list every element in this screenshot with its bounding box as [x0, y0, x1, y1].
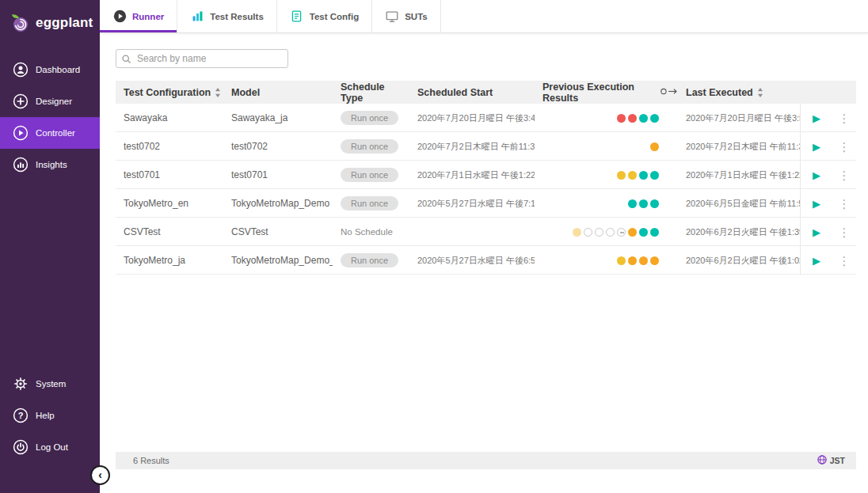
logout-icon	[13, 439, 29, 455]
execution-order-icon	[661, 87, 678, 98]
tab-test-config[interactable]: Test Config	[277, 0, 372, 32]
table-footer-bar: 6 Results JST	[116, 452, 856, 469]
result-dot-outline	[595, 228, 603, 237]
sidebar-item-label: Log Out	[36, 442, 68, 452]
timezone-indicator: JST	[817, 455, 845, 466]
result-dot-teal	[650, 199, 659, 208]
row-menu-cell: ⋮	[832, 189, 856, 218]
result-dot-outline	[584, 228, 592, 237]
run-button[interactable]: ▶	[813, 113, 820, 123]
sidebar-footer-nav: System?HelpLog Out	[0, 368, 100, 463]
content-area: Test Configuration Model Schedule Type S…	[100, 33, 868, 493]
sidebar-item-controller[interactable]: Controller	[0, 117, 100, 149]
search-input[interactable]	[116, 49, 288, 68]
row-previous-execution-results	[535, 199, 678, 208]
sort-icon	[215, 88, 221, 97]
run-button[interactable]: ▶	[813, 142, 820, 152]
tab-label: Test Results	[210, 12, 264, 21]
row-test-configuration: CSVTest	[116, 226, 223, 237]
search-icon	[121, 53, 131, 67]
col-header-last-executed[interactable]: Last Executed	[678, 87, 800, 98]
col-header-model: Model	[223, 87, 333, 98]
result-dot-orange	[650, 142, 659, 151]
schedule-badge: Run once	[341, 253, 398, 267]
system-icon	[13, 376, 29, 392]
eggplant-logo-icon	[10, 13, 30, 33]
row-menu-cell: ⋮	[832, 161, 856, 189]
row-schedule-type: Run once	[333, 196, 409, 210]
help-icon: ?	[13, 408, 29, 423]
sidebar-item-label: Dashboard	[36, 65, 80, 74]
result-dot-teal	[650, 171, 659, 180]
col-header-test-configuration[interactable]: Test Configuration	[116, 87, 223, 98]
sidebar-item-designer[interactable]: Designer	[0, 85, 100, 117]
row-test-configuration: Sawayaka	[116, 112, 223, 123]
col-header-previous-execution-results: Previous Execution Results	[535, 82, 678, 104]
row-menu-button[interactable]: ⋮	[839, 226, 851, 238]
tab-runner[interactable]: Runner	[100, 0, 177, 32]
row-menu-button[interactable]: ⋮	[839, 169, 851, 181]
test-configurations-table: Test Configuration Model Schedule Type S…	[116, 81, 856, 275]
row-menu-button[interactable]: ⋮	[839, 112, 851, 124]
sort-icon	[757, 88, 763, 97]
sidebar-item-dashboard[interactable]: Dashboard	[0, 54, 100, 85]
result-dot-yellow-pale	[573, 228, 581, 237]
run-button[interactable]: ▶	[813, 170, 820, 180]
tab-test-results[interactable]: Test Results	[177, 0, 277, 32]
run-button[interactable]: ▶	[813, 227, 820, 237]
row-previous-execution-results	[535, 171, 678, 180]
result-dot-orange	[628, 228, 637, 237]
table-row: test0702test0702Run once2020年7月2日木曜日 午前1…	[116, 132, 856, 161]
search-box	[116, 49, 288, 68]
row-model: TokyoMetroMap_Demo	[223, 198, 333, 209]
tab-suts[interactable]: SUTs	[372, 0, 441, 32]
controller-icon	[13, 125, 29, 141]
tab-bar: RunnerTest ResultsTest ConfigSUTs	[100, 0, 868, 33]
sidebar-collapse-button[interactable]: ‹	[90, 465, 110, 485]
sidebar: eggplant DashboardDesignerControllerInsi…	[0, 0, 100, 493]
row-run-cell: ▶	[800, 246, 832, 275]
result-dot-teal	[639, 199, 648, 208]
result-dot-red	[628, 114, 637, 123]
result-dot-red	[617, 114, 626, 123]
result-dot-orange	[639, 256, 648, 265]
designer-icon	[13, 93, 29, 109]
results-count: 6 Results	[133, 456, 169, 465]
col-header-scheduled-start: Scheduled Start	[409, 87, 535, 98]
suts-icon	[385, 9, 399, 24]
sidebar-item-label: Designer	[36, 97, 72, 106]
dashboard-icon	[13, 62, 29, 78]
globe-icon	[817, 455, 827, 466]
sidebar-item-help[interactable]: ?Help	[0, 400, 100, 431]
row-menu-button[interactable]: ⋮	[839, 255, 851, 267]
row-model: TokyoMetroMap_Demo_ja	[223, 255, 333, 266]
brand-name: eggplant	[36, 15, 93, 31]
result-dot-yellow	[617, 171, 626, 180]
sidebar-item-insights[interactable]: Insights	[0, 149, 100, 180]
row-menu-cell: ⋮	[832, 132, 856, 161]
sidebar-item-system[interactable]: System	[0, 368, 100, 400]
row-model: test0702	[223, 141, 333, 152]
row-menu-button[interactable]: ⋮	[839, 141, 851, 153]
row-last-executed: 2020年7月20日月曜日 午後3:53	[678, 112, 800, 124]
row-test-configuration: TokyoMetro_en	[116, 198, 223, 209]
row-last-executed: 2020年6月2日火曜日 午後1:02	[678, 255, 800, 267]
row-scheduled-start: 2020年7月1日水曜日 午後1:22	[409, 169, 535, 181]
row-schedule-type: Run once	[333, 253, 409, 267]
tab-label: Runner	[132, 12, 164, 21]
insights-icon	[13, 157, 29, 173]
result-dot-teal	[639, 171, 648, 180]
run-button[interactable]: ▶	[813, 199, 820, 209]
table-row: CSVTestCSVTestNo Schedule2020年6月2日火曜日 午後…	[116, 218, 856, 246]
sidebar-item-label: Insights	[36, 160, 67, 169]
sidebar-item-log-out[interactable]: Log Out	[0, 431, 100, 463]
table-row: TokyoMetro_jaTokyoMetroMap_Demo_jaRun on…	[116, 246, 856, 275]
schedule-badge: Run once	[341, 168, 398, 182]
row-test-configuration: TokyoMetro_ja	[116, 255, 223, 266]
row-menu-button[interactable]: ⋮	[839, 198, 851, 210]
run-button[interactable]: ▶	[813, 256, 820, 266]
result-dot-orange	[650, 256, 659, 265]
row-scheduled-start: 2020年5月27日水曜日 午後7:18	[409, 198, 535, 210]
row-schedule-type: Run once	[333, 139, 409, 154]
test-results-icon	[190, 9, 204, 24]
